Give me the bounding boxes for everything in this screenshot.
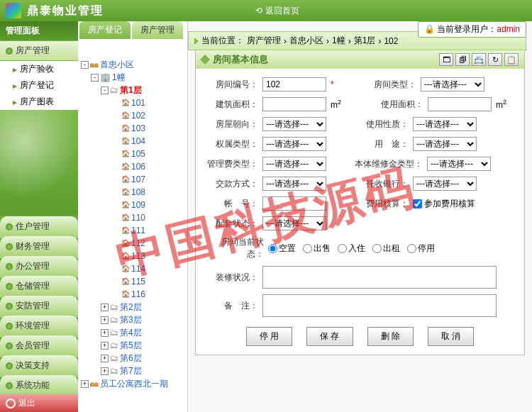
tree-node[interactable]: 🏠115 [81, 275, 184, 288]
label: 托收银行： [352, 178, 409, 190]
sidebar-item[interactable]: 仓储管理 [0, 276, 78, 298]
label: 用 途： [352, 138, 409, 150]
tree-node[interactable]: +🗂第7层 [81, 364, 184, 377]
tree-node[interactable]: 🏠101 [81, 96, 184, 109]
tree-node[interactable]: +🏘员工公寓西北一期 [81, 377, 184, 390]
app-title: 鼎泰物业管理 [27, 4, 104, 18]
tree-node[interactable]: -🏢1幢 [81, 71, 184, 84]
tree-node[interactable]: -🏘首忠小区 [81, 58, 184, 71]
maint-type-select[interactable]: ---请选择--- [427, 157, 491, 171]
tree-node[interactable]: 🏠105 [81, 147, 184, 160]
main-content: 房间基本信息 🗔 🗐 📇 ↻ 📋 房间编号： * 房间类型： ---请选择--- [188, 21, 532, 412]
save-button[interactable]: 保 存 [306, 327, 353, 346]
tool-btn[interactable]: 🗔 [439, 53, 453, 66]
sidebar-item[interactable]: 决策支持 [0, 355, 78, 377]
sidebar-item[interactable]: 财务管理 [0, 236, 78, 258]
tree-node[interactable]: 🏠110 [81, 211, 184, 224]
build-area-input[interactable] [262, 97, 326, 111]
equip-select[interactable]: ---请选择--- [262, 216, 326, 230]
tab-manage[interactable]: 房产管理 [132, 21, 183, 39]
tool-btn[interactable]: 📇 [472, 53, 486, 66]
tree-node[interactable]: 🏠103 [81, 122, 184, 135]
app-logo [6, 3, 21, 18]
status-radio[interactable]: 入住 [338, 243, 365, 255]
label: 房间编号： [207, 79, 258, 91]
exit-button[interactable]: 退出 [0, 394, 78, 412]
tree-node[interactable]: 🏠111 [81, 224, 184, 237]
sidebar-item[interactable]: 环境管理 [0, 316, 78, 338]
crumb[interactable]: 第1层 [354, 35, 376, 47]
disable-button[interactable]: 停 用 [246, 327, 292, 346]
join-check[interactable]: 参加费用核算 [413, 198, 475, 210]
use-area-input[interactable] [428, 97, 492, 111]
tree-node[interactable]: 🏠114 [81, 262, 184, 275]
sidebar-item[interactable]: 住户管理 [0, 216, 78, 238]
fee-type-select[interactable]: ---请选择--- [262, 157, 326, 171]
label: 权属类型： [207, 138, 258, 150]
bank-select[interactable]: ---请选择--- [413, 177, 477, 191]
status-radio[interactable]: 停用 [407, 243, 435, 255]
tree-node[interactable]: 🏠112 [81, 237, 184, 250]
sidebar-item[interactable]: 安防管理 [0, 296, 78, 318]
cancel-button[interactable]: 取 消 [428, 327, 474, 346]
crumb[interactable]: 102 [384, 36, 398, 46]
delete-button[interactable]: 删 除 [367, 327, 414, 346]
tree-node[interactable]: 🏠108 [81, 186, 184, 199]
label: 建筑面积： [207, 99, 258, 111]
tree-node[interactable]: +🗂第3层 [81, 313, 184, 326]
home-link[interactable]: ⟲ 返回首页 [255, 5, 299, 17]
tool-btn[interactable]: 🗐 [455, 53, 470, 66]
label: 备 注： [207, 300, 258, 312]
sidebar-sub[interactable]: ▸房产验收 [0, 61, 78, 77]
account-input[interactable] [262, 196, 326, 211]
tree-node[interactable]: 🏠102 [81, 109, 184, 122]
sidebar-item-property[interactable]: 房产管理 [0, 41, 78, 60]
use-type-select[interactable]: ---请选择--- [413, 117, 477, 131]
tree-node[interactable]: +🗂第4层 [81, 326, 184, 339]
crumb[interactable]: 房产管理 [247, 35, 281, 47]
titlebar: 鼎泰物业管理 ⟲ 返回首页 [0, 0, 532, 21]
status-radio[interactable]: 出租 [372, 243, 400, 255]
decor-textarea[interactable] [262, 266, 497, 289]
direction-select[interactable]: ---请选择--- [262, 117, 326, 131]
crumb[interactable]: 首忠小区 [289, 35, 323, 47]
tool-btn[interactable]: ↻ [488, 53, 502, 66]
tree-node[interactable]: -🗂第1层 [81, 84, 184, 96]
status-radio[interactable]: 出售 [303, 243, 331, 255]
sidebar-item[interactable]: 会员管理 [0, 335, 78, 357]
label: 房间当前状态： [207, 236, 264, 260]
tool-btn[interactable]: 📋 [504, 53, 519, 66]
form-panel: 房间基本信息 🗔 🗐 📇 ↻ 📋 房间编号： * 房间类型： ---请选择--- [195, 50, 525, 355]
tree-node[interactable]: +🗂第2层 [81, 301, 184, 313]
tree-node[interactable]: 🏠109 [81, 199, 184, 211]
tree-node[interactable]: 🏠106 [81, 160, 184, 173]
tree-node[interactable]: 🏠113 [81, 250, 184, 262]
power-icon [6, 399, 16, 408]
sidebar-header: 管理面板 [0, 21, 78, 40]
tree-node[interactable]: +🗂第6层 [81, 352, 184, 364]
label: 交款方式： [207, 178, 258, 190]
tree-node[interactable]: 🏠116 [81, 288, 184, 301]
pay-method-select[interactable]: ---请选择--- [262, 177, 326, 191]
remark-textarea[interactable] [262, 294, 497, 317]
crumb[interactable]: 1幢 [332, 35, 345, 47]
tree-node[interactable]: 🏠104 [81, 135, 184, 147]
room-type-select[interactable]: ---请选择--- [421, 77, 484, 91]
tree-node[interactable]: +🗂第5层 [81, 339, 184, 352]
sidebar-item[interactable]: 办公管理 [0, 256, 78, 278]
tree-tabs: 房产登记 房产管理 [79, 21, 183, 39]
label: 费用核算： [352, 198, 409, 210]
tab-register[interactable]: 房产登记 [79, 21, 131, 39]
label: 帐 号： [207, 198, 258, 210]
tree-node[interactable]: 🏠107 [81, 173, 184, 186]
ownership-select[interactable]: ---请选择--- [262, 137, 326, 151]
status-radio[interactable]: 空置 [268, 243, 296, 255]
label: 装修状况： [207, 272, 258, 284]
usage-select[interactable]: ---请选择--- [413, 137, 477, 151]
label: 使用面积： [367, 99, 423, 111]
user-box: 🔒 当前登录用户：admin [418, 21, 526, 38]
sidebar-sub[interactable]: ▸房产登记 [0, 77, 78, 94]
sidebar-sub[interactable]: ▸房产图表 [0, 94, 78, 110]
current-user: admin [497, 24, 520, 34]
room-no-input[interactable] [262, 77, 326, 91]
